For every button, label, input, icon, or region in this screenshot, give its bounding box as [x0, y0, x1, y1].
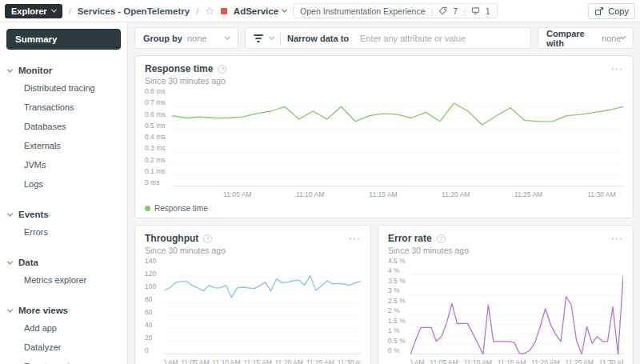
legend-dot	[145, 206, 150, 211]
legend-label: Response time	[154, 204, 208, 213]
chevron-down-icon	[51, 7, 57, 13]
breadcrumb-separator: /	[196, 6, 198, 16]
compare-with-dropdown[interactable]: Compare with none	[538, 27, 634, 49]
sidebar-section-header-monitor[interactable]: Monitor	[6, 62, 121, 78]
sidebar-section-header-data[interactable]: Data	[6, 254, 121, 270]
y-tick-label: 0.4 ms	[145, 133, 166, 141]
related-entities-count: 1	[486, 6, 490, 16]
chart-plot[interactable]	[410, 265, 623, 354]
sidebar-item-summary[interactable]: Summary	[6, 29, 121, 50]
x-tick-label: 11:00 AM	[164, 358, 178, 364]
sidebar-section-events: Events Errors	[6, 206, 121, 242]
y-tick-label: 0.5 ms	[145, 122, 166, 130]
favorite-star-icon[interactable]: ☆	[205, 6, 214, 16]
sidebar-item-jvms[interactable]: JVMs	[6, 155, 121, 174]
group-by-value: none	[187, 34, 206, 43]
y-tick-label: 3 %	[388, 286, 400, 294]
y-axis-labels: 4.5 %4 %3.5 %3 %2.5 %2 %1.5 %1 %0.5 %0 %	[388, 265, 410, 354]
sidebar-section-data: Data Metrics explorer	[6, 254, 121, 290]
breadcrumb[interactable]: Services - OpenTelemetry	[78, 6, 190, 16]
sidebar-item-add-app[interactable]: Add app	[6, 318, 121, 338]
compare-with-label: Compare with	[546, 29, 597, 48]
x-tick-label: 11:20 AM	[275, 358, 303, 364]
x-tick-label: 11:15 AM	[498, 358, 526, 364]
y-tick-label: 4 %	[388, 266, 400, 274]
y-tick-label: 2 %	[388, 306, 400, 314]
help-icon[interactable]: ?	[203, 234, 212, 243]
chart-menu-icon[interactable]: ···	[611, 63, 623, 74]
entity-dropdown[interactable]: AdService	[234, 6, 286, 16]
y-tick-label: 0.3 ms	[145, 144, 166, 152]
chart-title: Response time	[145, 63, 213, 74]
x-tick-label: 11:05 AM	[223, 190, 251, 198]
chart-menu-icon[interactable]: ···	[349, 233, 361, 244]
x-tick-label: 11:15 AM	[369, 190, 397, 198]
error-rate-chart-card: Error rate ? ··· Since 30 minutes ago 4.…	[378, 225, 634, 364]
x-tick-label: 11:25 AM	[566, 358, 594, 364]
sidebar-item-logs[interactable]: Logs	[6, 174, 121, 194]
explorer-dropdown[interactable]: Explorer	[5, 4, 62, 18]
x-tick-label: 11:10 AM	[296, 190, 324, 198]
filter-funnel-icon[interactable]	[254, 34, 263, 42]
sidebar-item-errors[interactable]: Errors	[6, 222, 121, 242]
y-tick-label: 2.5 %	[388, 297, 406, 305]
chart-plot[interactable]	[172, 95, 623, 186]
chart-subtitle: Since 30 minutes ago	[145, 246, 361, 255]
tags-icon	[438, 6, 447, 15]
sidebar-section-header-events[interactable]: Events	[6, 206, 121, 222]
entity-name: AdService	[234, 6, 278, 16]
narrow-data-label: Narrow data to	[287, 34, 349, 43]
group-by-dropdown[interactable]: Group by none	[134, 27, 238, 49]
x-tick-label: 11:30 AM	[599, 358, 623, 364]
chevron-down-icon	[7, 210, 13, 216]
x-tick-label: 11:30 AM	[587, 190, 615, 198]
tags-count: 7	[453, 6, 458, 16]
error-rate-plot: 4.5 %4 %3.5 %3 %2.5 %2 %1.5 %1 %0.5 %0 %	[388, 265, 623, 354]
help-icon[interactable]: ?	[218, 65, 226, 74]
main-content: Group by none Narrow data to Compare wit…	[128, 22, 640, 364]
section-label: Data	[18, 258, 38, 267]
sidebar-item-metrics-explorer[interactable]: Metrics explorer	[6, 270, 121, 290]
sidebar-item-datalyzer[interactable]: Datalyzer	[6, 338, 121, 357]
instrumentation-pill[interactable]: Open Instrumentation Experience | 7 | 1	[293, 3, 498, 18]
y-tick-label: 140	[145, 257, 156, 265]
sidebar-item-events-explorer[interactable]: Events explorer	[6, 357, 121, 364]
chart-title: Error rate	[388, 233, 432, 244]
y-axis-labels: 140120100806040200	[145, 265, 164, 354]
y-tick-label: 4.5 %	[388, 257, 406, 265]
chevron-down-icon[interactable]	[269, 34, 274, 40]
section-label: Monitor	[18, 66, 52, 75]
narrow-data-input[interactable]	[360, 34, 522, 43]
chart-legend[interactable]: Response time	[145, 204, 623, 213]
sidebar-item-transactions[interactable]: Transactions	[6, 98, 121, 117]
chevron-down-icon	[225, 34, 230, 40]
y-tick-label: 120	[145, 270, 156, 278]
narrow-data-bar: Narrow data to	[245, 27, 531, 49]
y-tick-label: 0 %	[388, 346, 400, 354]
x-tick-label: 11:00 AM	[410, 358, 425, 364]
y-axis-labels: 0.8 ms0.7 ms0.6 ms0.5 ms0.4 ms0.3 ms0.2 …	[145, 95, 172, 186]
y-tick-label: 0.8 ms	[145, 87, 166, 95]
y-tick-label: 3.5 %	[388, 277, 406, 285]
help-icon[interactable]: ?	[437, 234, 446, 243]
chevron-down-icon	[7, 66, 13, 72]
sidebar-item-databases[interactable]: Databases	[6, 117, 121, 136]
sidebar-item-distributed-tracing[interactable]: Distributed tracing	[6, 78, 121, 98]
sidebar-section-more-views: More views Add app Datalyzer Events expl…	[6, 302, 121, 364]
chart-plot[interactable]	[164, 265, 361, 354]
sidebar-item-externals[interactable]: Externals	[6, 136, 121, 155]
y-tick-label: 0.5 %	[388, 337, 406, 345]
section-label: More views	[18, 306, 68, 315]
chevron-down-icon	[282, 7, 287, 13]
y-tick-label: 0	[145, 346, 149, 354]
health-status-icon	[221, 8, 227, 14]
chart-menu-icon[interactable]: ···	[611, 233, 623, 244]
x-tick-label: 11:10 AM	[464, 358, 492, 364]
sidebar: Summary Monitor Distributed tracing Tran…	[0, 22, 128, 364]
copy-permalink-button[interactable]: Copy	[588, 3, 635, 19]
related-entities-icon	[471, 6, 480, 15]
sidebar-section-header-more-views[interactable]: More views	[6, 302, 121, 318]
chevron-down-icon	[7, 258, 13, 264]
y-tick-label: 0.1 ms	[145, 167, 166, 175]
x-tick-label: 11:10 AM	[212, 358, 240, 364]
